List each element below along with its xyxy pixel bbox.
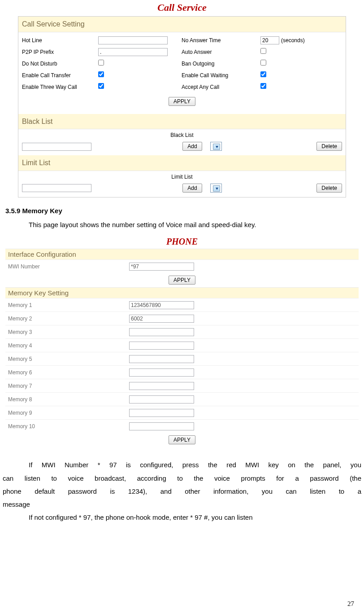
black-list-add-button[interactable]: Add	[182, 142, 202, 151]
page-number: 27	[347, 600, 354, 608]
mwi-number-label: MWI Number	[8, 263, 129, 270]
phone-apply-button-1[interactable]: APPLY	[169, 276, 195, 285]
memory-5-input[interactable]	[129, 355, 194, 363]
ban-outgoing-checkbox[interactable]	[260, 60, 266, 66]
accept-any-checkbox[interactable]	[260, 83, 266, 89]
black-list-title: Black List	[18, 129, 346, 140]
limit-list-add-button[interactable]: Add	[182, 184, 202, 193]
section-heading: 3.5.9 Memory Key	[5, 206, 361, 216]
memory-2-input[interactable]	[129, 315, 194, 323]
hot-line-input[interactable]	[98, 36, 168, 44]
dnd-label: Do Not Disturb	[22, 60, 98, 68]
black-list-dropdown[interactable]	[210, 142, 222, 151]
memory-label: Memory 2	[8, 316, 129, 322]
interface-config-header: Interface Configuration	[5, 249, 359, 259]
doc-paragraph: message	[3, 499, 361, 509]
threeway-label: Enable Three Way Call	[22, 83, 98, 92]
apply-button[interactable]: APPLY	[169, 97, 195, 106]
memory-4-input[interactable]	[129, 342, 194, 350]
limit-list-input[interactable]	[22, 184, 91, 192]
p2p-label: P2P IP Prefix	[22, 48, 98, 57]
black-list-input[interactable]	[22, 143, 91, 151]
waiting-label: Enable Call Waiting	[182, 71, 260, 80]
memory-label: Memory 4	[8, 342, 129, 349]
memory-1-input[interactable]	[129, 301, 194, 309]
memory-3-input[interactable]	[129, 328, 194, 336]
limit-list-header: Limit List	[18, 155, 346, 171]
memory-8-input[interactable]	[129, 395, 194, 403]
transfer-checkbox[interactable]	[98, 71, 104, 77]
memory-10-input[interactable]	[129, 422, 194, 430]
threeway-checkbox[interactable]	[98, 83, 104, 89]
memory-label: Memory 1	[8, 302, 129, 308]
no-answer-time-label: No Answer Time	[182, 36, 260, 45]
black-list-header: Black List	[18, 114, 346, 130]
transfer-label: Enable Call Transfer	[22, 71, 98, 80]
accept-any-label: Accept Any Call	[182, 83, 260, 92]
chevron-down-icon	[216, 146, 218, 148]
mwi-number-input[interactable]	[129, 263, 194, 271]
memory-label: Memory 5	[8, 356, 129, 362]
phone-title: PHONE	[0, 232, 364, 249]
call-service-setting-header: Call Service Setting	[18, 17, 346, 32]
memory-label: Memory 3	[8, 329, 129, 335]
hot-line-label: Hot Line	[22, 36, 98, 45]
call-service-title: Call Service	[0, 0, 364, 16]
memory-label: Memory 7	[8, 383, 129, 389]
phone-apply-button-2[interactable]: APPLY	[169, 435, 195, 444]
waiting-checkbox[interactable]	[260, 71, 266, 77]
memory-label: Memory 8	[8, 396, 129, 403]
memory-label: Memory 6	[8, 369, 129, 376]
dnd-checkbox[interactable]	[98, 60, 104, 66]
chevron-down-icon	[216, 188, 218, 190]
call-service-panel: Call Service Setting Hot Line No Answer …	[18, 16, 346, 197]
memory-label: Memory 9	[8, 410, 129, 416]
no-answer-time-input[interactable]	[260, 36, 279, 44]
memory-label: Memory 10	[8, 423, 129, 430]
black-list-delete-button[interactable]: Delete	[316, 142, 342, 151]
seconds-label: (seconds)	[281, 37, 305, 44]
ban-outgoing-label: Ban Outgoing	[182, 60, 260, 68]
limit-list-dropdown[interactable]	[210, 184, 222, 193]
memory-6-input[interactable]	[129, 368, 194, 377]
doc-paragraph: If not configured * 97, the phone on-hoo…	[3, 512, 361, 522]
doc-paragraph: This page layout shows the number settin…	[3, 219, 361, 230]
doc-paragraph: phone default password is 1234), and oth…	[3, 486, 361, 496]
memory-key-header: Memory Key Setting	[5, 287, 359, 298]
doc-paragraph: can listen to voice broadcast, according…	[3, 473, 361, 483]
phone-panel: Interface Configuration MWI Number APPLY…	[5, 249, 359, 447]
auto-answer-label: Auto Answer	[182, 48, 260, 57]
memory-7-input[interactable]	[129, 382, 194, 390]
auto-answer-checkbox[interactable]	[260, 48, 266, 54]
memory-9-input[interactable]	[129, 409, 194, 417]
doc-paragraph: If MWI Number * 97 is configured, press …	[3, 460, 361, 470]
p2p-input[interactable]	[98, 48, 168, 56]
limit-list-title: Limit List	[18, 171, 346, 182]
limit-list-delete-button[interactable]: Delete	[316, 184, 342, 193]
